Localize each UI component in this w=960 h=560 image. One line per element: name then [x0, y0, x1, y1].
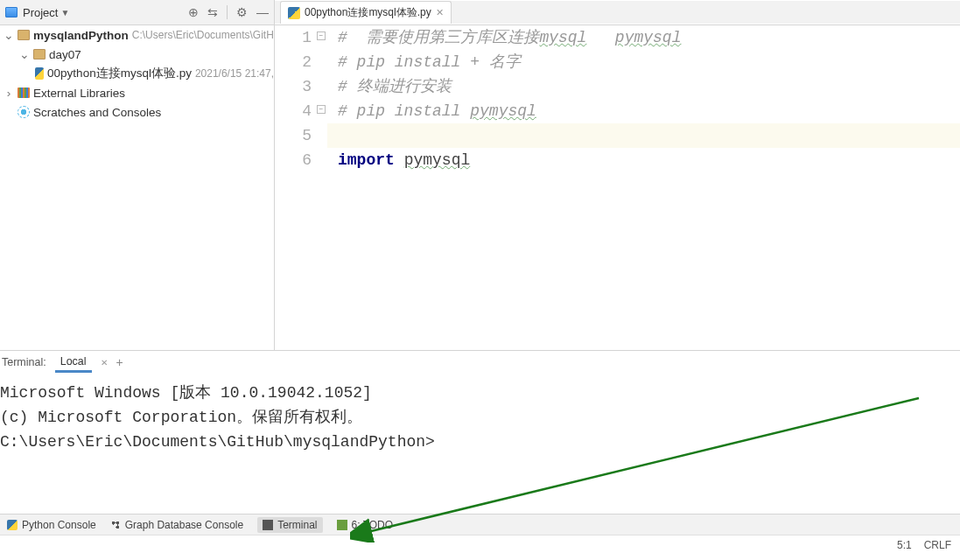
line-number: 1 [302, 29, 312, 46]
terminal-prompt[interactable]: C:\Users\Eric\Documents\GitHub\mysqlandP… [0, 430, 960, 454]
tree-ext-lib-label: External Libraries [33, 87, 125, 100]
fold-icon[interactable]: − [317, 105, 326, 114]
todo-icon [337, 520, 347, 530]
code-text: # 终端进行安装 [338, 78, 452, 95]
terminal-tab[interactable]: Local [55, 353, 92, 373]
gear-icon[interactable]: ⚙ [236, 5, 248, 19]
code-text: # pip install + 名字 [338, 53, 521, 71]
tree-folder[interactable]: ⌄ day07 [0, 45, 274, 64]
fold-icon[interactable]: − [317, 32, 326, 40]
python-file-icon [288, 7, 300, 19]
line-number: 6 [302, 151, 312, 169]
tree-file-name: 00python连接mysql体验.py [47, 66, 192, 81]
editor-tab[interactable]: 00python连接mysql体验.py ✕ [280, 1, 452, 24]
folder-icon [33, 49, 46, 60]
project-label[interactable]: Project [23, 6, 58, 19]
terminal-panel: Terminal: Local ✕ + Microsoft Windows [版… [0, 350, 960, 514]
python-console-button[interactable]: Python Console [7, 519, 96, 531]
code-text [586, 29, 614, 46]
terminal-line: (c) Microsoft Corporation。保留所有权利。 [0, 405, 960, 430]
editor-tab-bar: 00python连接mysql体验.py ✕ [275, 1, 960, 24]
tree-scratches[interactable]: Scratches and Consoles [0, 102, 274, 122]
caret-line[interactable] [327, 123, 338, 148]
libraries-icon [18, 88, 30, 98]
graph-icon [110, 520, 121, 530]
python-console-icon [7, 520, 18, 530]
bottom-toolbar: Python Console Graph Database Console Te… [0, 514, 960, 535]
project-tree[interactable]: ⌄ mysqlandPython C:\Users\Eric\Documents… [0, 25, 275, 350]
graph-console-button[interactable]: Graph Database Console [110, 519, 243, 531]
terminal-title: Terminal: [2, 356, 46, 368]
code-text: pymysql [404, 151, 471, 169]
bb-label: Python Console [22, 519, 96, 531]
line-number: 3 [302, 78, 312, 95]
terminal-icon [263, 520, 273, 530]
chevron-down-icon[interactable]: ▼ [60, 8, 69, 18]
code-text: # pip install [338, 102, 470, 120]
locate-icon[interactable]: ⊕ [188, 5, 199, 19]
line-number: 2 [302, 53, 312, 71]
divider [227, 5, 228, 19]
python-file-icon [35, 67, 44, 80]
line-ending[interactable]: CRLF [924, 539, 951, 551]
folder-icon [18, 30, 30, 40]
code-keyword: import [338, 151, 395, 169]
bb-label: Graph Database Console [125, 519, 243, 531]
code-text [395, 151, 404, 169]
tree-root-name: mysqlandPython [33, 29, 129, 42]
line-number: 4 [302, 102, 312, 120]
editor-tab-label: 00python连接mysql体验.py [305, 5, 431, 20]
code-editor[interactable]: 1− # 需要使用第三方库区连接mysql pymysql 2 # pip in… [275, 25, 960, 350]
tree-file[interactable]: 00python连接mysql体验.py 2021/6/15 21:47, [0, 64, 274, 83]
project-toolbar: Project ▼ ⊕ ⇆ ⚙ — [0, 0, 275, 24]
bb-label: 6: TODO [352, 519, 394, 531]
tree-root[interactable]: ⌄ mysqlandPython C:\Users\Eric\Documents… [0, 25, 274, 45]
terminal-button[interactable]: Terminal [257, 517, 322, 533]
caret-position[interactable]: 5:1 [897, 539, 912, 551]
todo-button[interactable]: 6: TODO [337, 519, 394, 531]
code-text: pymysql [470, 102, 536, 120]
project-icon [5, 7, 18, 18]
bb-label: Terminal [277, 519, 317, 531]
collapse-icon[interactable]: ⇆ [207, 5, 218, 19]
tree-scratch-label: Scratches and Consoles [33, 106, 161, 119]
tree-folder-name: day07 [49, 48, 81, 61]
terminal-line: Microsoft Windows [版本 10.0.19042.1052] [0, 381, 960, 405]
status-bar: 5:1 CRLF [0, 535, 960, 554]
hide-icon[interactable]: — [256, 5, 269, 19]
terminal-output[interactable]: Microsoft Windows [版本 10.0.19042.1052] (… [0, 374, 960, 514]
tree-file-meta: 2021/6/15 21:47, [195, 67, 274, 80]
scratches-icon [18, 106, 30, 118]
terminal-add-tab[interactable]: + [116, 355, 123, 369]
code-text: # 需要使用第三方库区连接 [338, 29, 539, 46]
tree-root-path: C:\Users\Eric\Documents\GitH [132, 29, 274, 41]
tree-ext-libraries[interactable]: › External Libraries [0, 83, 274, 102]
close-icon[interactable]: ✕ [436, 7, 444, 18]
code-text: mysql [539, 29, 586, 46]
line-number: 5 [302, 127, 312, 144]
code-text: pymysql [615, 29, 682, 46]
